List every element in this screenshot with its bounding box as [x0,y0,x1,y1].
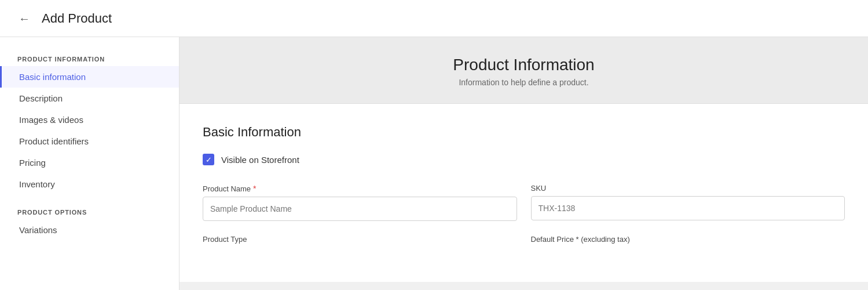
product-name-required-star: * [253,184,256,193]
product-name-label: Product Name * [203,184,517,193]
form-card: Basic Information ✓ Visible on Storefron… [180,104,868,282]
product-name-field: Product Name * [203,184,517,221]
sidebar-item-product-identifiers[interactable]: Product identifiers [0,130,179,152]
sidebar-item-images-videos[interactable]: Images & videos [0,109,179,130]
visible-on-storefront-checkbox[interactable]: ✓ [203,154,214,165]
form-section-title: Basic Information [203,125,845,140]
sidebar-item-basic-information[interactable]: Basic information [0,66,179,88]
visible-on-storefront-label: Visible on Storefront [221,155,299,165]
sidebar-item-inventory[interactable]: Inventory [0,173,179,195]
sku-label: SKU [531,184,845,193]
sidebar-item-variations[interactable]: Variations [0,219,179,241]
default-price-label: Default Price * (excluding tax) [531,235,845,244]
visible-on-storefront-row: ✓ Visible on Storefront [203,154,845,165]
product-type-price-row: Product Type Default Price * (excluding … [203,235,845,247]
hero-title: Product Information [193,56,854,74]
product-name-input[interactable] [203,197,517,221]
default-price-field: Default Price * (excluding tax) [531,235,845,247]
back-button[interactable]: ← [14,10,35,27]
main-layout: PRODUCT INFORMATION Basic information De… [0,37,868,290]
product-name-sku-row: Product Name * SKU [203,184,845,221]
page-title: Add Product [42,11,112,26]
sidebar-section-product-options: PRODUCT OPTIONS [0,204,179,219]
checkmark-icon: ✓ [206,156,212,164]
hero-subtitle: Information to help define a product. [193,78,854,87]
top-header: ← Add Product [0,0,868,37]
hero-banner: Product Information Information to help … [180,37,868,104]
sidebar-item-description[interactable]: Description [0,88,179,109]
sidebar: PRODUCT INFORMATION Basic information De… [0,37,180,290]
sidebar-item-pricing[interactable]: Pricing [0,152,179,173]
main-content: Product Information Information to help … [180,37,868,290]
sidebar-section-product-information: PRODUCT INFORMATION [0,51,179,66]
product-type-field: Product Type [203,235,517,247]
product-type-label: Product Type [203,235,517,244]
sku-field: SKU [531,184,845,221]
sku-input[interactable] [531,196,845,220]
